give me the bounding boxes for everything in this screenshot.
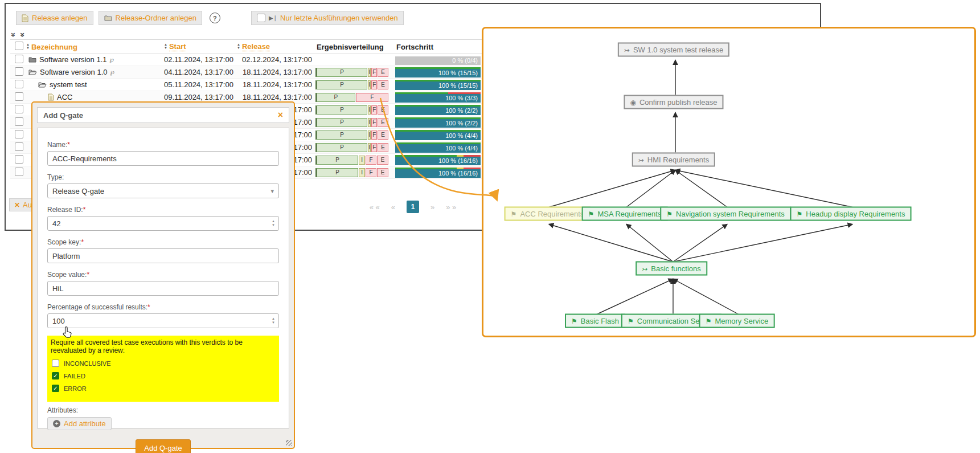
header-release[interactable]: ▲▼ Release — [237, 42, 314, 51]
row-name-cell[interactable]: system test — [26, 80, 164, 89]
pagination-current-page[interactable]: 1 — [407, 201, 419, 213]
verdict-row-error[interactable]: ✓ERROR — [52, 385, 274, 392]
row-checkbox[interactable] — [15, 168, 23, 176]
add-qgate-submit-button[interactable]: Add Q-gate — [136, 439, 191, 453]
sort-icon: ▲▼ — [26, 43, 30, 50]
progress-cell: 0 % (0/4) — [395, 55, 481, 65]
distribution-segment-E: E — [378, 105, 388, 115]
header-bezeichnung-label: Bezeichnung — [31, 43, 77, 51]
pagination-prev[interactable]: « — [391, 203, 395, 211]
row-start-date: 05.11.2024, 13:17:00 — [164, 80, 237, 89]
graph-node-label: HMI Requirements — [647, 156, 709, 164]
merge-arrow-icon: ↣ — [638, 156, 644, 164]
row-name-cell[interactable]: ACC — [26, 93, 164, 101]
graph-node-sw[interactable]: ↣SW 1.0 system test release — [618, 43, 729, 57]
scope-key-label: Scope key:* — [47, 238, 279, 246]
collapse-all-icon[interactable]: « — [17, 32, 26, 37]
graph-node-flash[interactable]: ⚑Basic Flash — [565, 314, 625, 328]
use-last-executions-toggle[interactable]: ▶❘ Nur letzte Ausführungen verwenden — [251, 11, 404, 25]
row-checkbox[interactable] — [15, 92, 23, 101]
progress-bar: 100 % (16/16) — [395, 169, 481, 178]
add-attribute-button[interactable]: + Add attribute — [47, 417, 112, 430]
scope-value-field[interactable] — [47, 281, 279, 296]
row-name-label[interactable]: system test — [50, 80, 87, 89]
verdict-checkbox[interactable] — [52, 360, 59, 367]
header-ergebnisverteilung: Ergebnisverteilung — [314, 43, 393, 51]
graph-node-hmi[interactable]: ↣HMI Requirements — [632, 153, 715, 167]
row-checkbox[interactable] — [15, 117, 23, 126]
distribution-segment-P: P — [315, 80, 367, 89]
row-checkbox[interactable] — [15, 105, 23, 113]
graph-node-nav[interactable]: ⚑Navigation system Requirements — [660, 207, 791, 221]
row-checkbox[interactable] — [15, 142, 23, 151]
result-distribution-bar: PIFE — [315, 156, 388, 165]
type-select[interactable]: Release Q-gate ▾ — [47, 183, 279, 198]
row-start-date: 02.11.2024, 13:17:00 — [164, 55, 237, 64]
verdict-row-inconclusive[interactable]: INCONCLUSIVE — [52, 360, 274, 367]
distribution-segment-F: F — [371, 130, 377, 140]
scope-key-field[interactable] — [47, 248, 279, 263]
table-row[interactable]: Software version 1.1℘02.11.2024, 13:17:0… — [10, 54, 483, 66]
progress-cell: 100 % (4/4) — [395, 130, 481, 140]
number-stepper-icon[interactable]: ▲▼ — [272, 219, 275, 227]
graph-node-label: Memory Service — [715, 317, 768, 325]
graph-node-mem[interactable]: ⚑Memory Service — [699, 314, 775, 328]
dialog-titlebar[interactable]: Add Q-gate × — [37, 107, 289, 123]
graph-node-basic[interactable]: ↣Basic functions — [635, 262, 707, 276]
distribution-segment-E: E — [378, 80, 388, 89]
help-icon[interactable]: ? — [210, 13, 220, 23]
verdict-strip — [395, 92, 481, 94]
toolbar: Release anlegen Release-Ordner anlegen ?… — [16, 11, 404, 25]
percentage-label: Percentage of successful results:* — [47, 303, 279, 311]
close-icon[interactable]: × — [278, 110, 283, 120]
create-release-folder-label: Release-Ordner anlegen — [116, 14, 196, 22]
graph-node-msa[interactable]: ⚑MSA Requirements — [582, 207, 668, 221]
row-checkbox[interactable] — [15, 55, 23, 63]
result-distribution-bar: PIFE — [315, 80, 388, 89]
progress-bar: 100 % (4/4) — [395, 132, 481, 140]
distribution-segment-I: I — [359, 156, 365, 165]
chain-link-icon: ℘ — [110, 68, 115, 76]
pagination-first[interactable]: « « — [370, 203, 380, 211]
percentage-field[interactable] — [47, 313, 279, 328]
header-start[interactable]: ▲▼ Start — [164, 42, 237, 51]
row-name-cell[interactable]: Software version 1.1℘ — [26, 55, 164, 64]
resize-grip[interactable] — [286, 440, 292, 446]
row-checkbox[interactable] — [15, 130, 23, 138]
use-last-executions-checkbox[interactable] — [257, 14, 265, 22]
verdict-checkbox[interactable]: ✓ — [52, 385, 59, 392]
graph-node-acc[interactable]: ⚑ACC Requirements — [505, 207, 591, 221]
row-name-cell[interactable]: Software version 1.0℘ — [26, 68, 164, 76]
row-checkbox[interactable] — [15, 80, 23, 88]
row-checkbox[interactable] — [15, 67, 23, 76]
result-distribution-bar: PF — [315, 93, 388, 102]
create-release-folder-button[interactable]: Release-Ordner anlegen — [99, 11, 202, 25]
table-row[interactable]: Software version 1.0℘04.11.2024, 13:17:0… — [10, 66, 483, 79]
progress-cell: 100 % (15/15) — [395, 67, 481, 77]
create-release-button[interactable]: Release anlegen — [16, 11, 93, 25]
row-name-label[interactable]: Software version 1.0 — [40, 68, 108, 76]
verdict-strip — [395, 155, 481, 157]
distribution-segment-P: P — [315, 105, 367, 115]
pagination-next[interactable]: » — [430, 203, 434, 211]
verdict-checkbox[interactable]: ✓ — [52, 372, 59, 379]
row-name-label[interactable]: Software version 1.1 — [39, 55, 107, 64]
release-id-field[interactable] — [47, 216, 279, 231]
header-bezeichnung[interactable]: ▲▼ Bezeichnung — [26, 43, 164, 51]
pagination-last[interactable]: » » — [446, 203, 456, 211]
graph-node-headup[interactable]: ⚑Headup display Requirements — [790, 207, 912, 221]
row-release-date: 02.12.2024, 13:17:00 — [237, 55, 314, 64]
distribution-segment-F: F — [371, 105, 377, 115]
verdict-strip — [395, 80, 481, 81]
number-stepper-icon[interactable]: ▲▼ — [272, 317, 275, 324]
select-all-checkbox[interactable] — [15, 42, 23, 50]
table-row[interactable]: system test05.11.2024, 13:17:0018.11.202… — [10, 79, 483, 91]
verdict-label: INCONCLUSIVE — [64, 360, 111, 367]
flag-icon: ⚑ — [797, 210, 803, 218]
row-name-label[interactable]: ACC — [57, 93, 72, 101]
verdict-row-failed[interactable]: ✓FAILED — [52, 372, 274, 379]
name-field[interactable] — [47, 151, 279, 166]
review-notice-text: Require all covered test case executions… — [51, 338, 276, 354]
graph-node-confirm[interactable]: ◉Confirm publish release — [624, 95, 723, 109]
row-checkbox[interactable] — [15, 155, 23, 164]
